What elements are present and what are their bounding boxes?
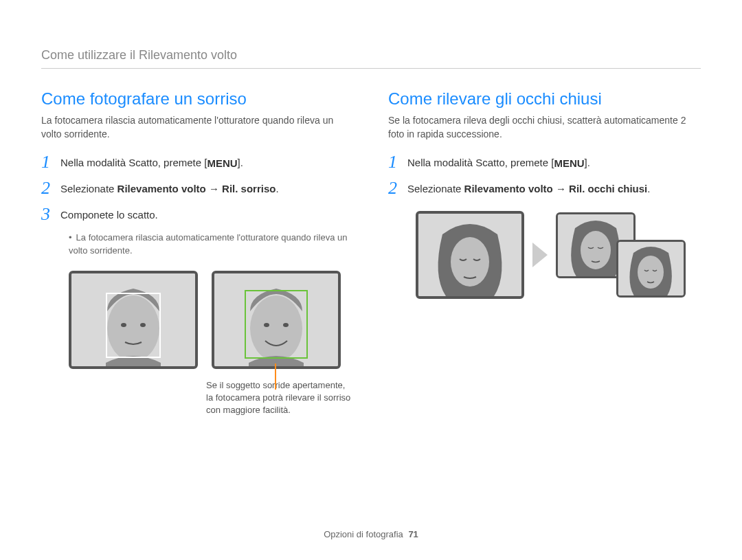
menu-label: MENU (207, 156, 237, 172)
step-text-pre: Selezionate (60, 183, 117, 194)
callout-caption: Se il soggetto sorride apertamente, la f… (206, 379, 354, 417)
page-footer: Opzioni di fotografia 71 (0, 529, 742, 539)
step-number: 1 (41, 153, 60, 171)
intro-eyes: Se la fotocamera rileva degli occhi chiu… (388, 114, 701, 141)
callout-line (275, 363, 276, 390)
thumbnail-burst-2 (616, 240, 686, 298)
step-number: 3 (41, 205, 60, 223)
step-1-right: 1 Nella modalità Scatto, premete [MENU]. (388, 153, 701, 171)
step-text-post: ]. (238, 157, 243, 168)
svg-point-10 (451, 237, 489, 287)
footer-section: Opzioni di fotografia (324, 529, 403, 539)
step-1-left: 1 Nella modalità Scatto, premete [MENU]. (41, 153, 354, 171)
step-text: Nella modalità Scatto, premete [MENU]. (407, 153, 590, 171)
step-2-left: 2 Selezionate Rilevamento volto → Ril. s… (41, 179, 354, 197)
thumbnail-row-eyes (416, 211, 701, 299)
face-frame-white (106, 293, 161, 358)
column-left: Come fotografare un sorriso La fotocamer… (41, 89, 354, 416)
step-text: Componete lo scatto. (60, 205, 158, 223)
page-header: Come utilizzare il Rilevamento volto (41, 48, 701, 63)
step-text-pre: Selezionate (407, 183, 464, 194)
thumbnail-smiling (212, 271, 341, 369)
step-text-pre: Nella modalità Scatto, premete [ (407, 157, 554, 168)
svg-point-14 (638, 256, 664, 289)
bullet-note: La fotocamera rilascia automaticamente l… (69, 232, 354, 256)
thumbnail-eyes-closed (416, 211, 524, 299)
svg-point-12 (581, 231, 611, 269)
intro-smile: La fotocamera rilascia automaticamente l… (41, 114, 354, 141)
page-container: Come utilizzare il Rilevamento volto Com… (0, 0, 742, 560)
section-title-eyes: Come rilevare gli occhi chiusi (388, 89, 701, 109)
thumbnail-neutral (69, 271, 198, 369)
header-divider (41, 68, 701, 69)
step-text-post: ]. (585, 157, 590, 168)
face-illustration (618, 242, 684, 295)
step-text: Selezionate Rilevamento volto → Ril. sor… (60, 179, 279, 197)
arrow-icon (532, 243, 548, 267)
menu-label: MENU (554, 156, 584, 172)
step-number: 2 (388, 179, 407, 197)
face-illustration (418, 214, 521, 296)
footer-page-number: 71 (408, 529, 418, 539)
section-title-smile: Come fotografare un sorriso (41, 89, 354, 109)
face-frame-green (245, 290, 308, 359)
column-right: Come rilevare gli occhi chiusi Se la fot… (388, 89, 701, 416)
step-text: Nella modalità Scatto, premete [MENU]. (60, 153, 243, 171)
step-text-pre: Nella modalità Scatto, premete [ (60, 157, 207, 168)
step-text: Selezionate Rilevamento volto → Ril. occ… (407, 179, 650, 197)
step-3-left: 3 Componete lo scatto. (41, 205, 354, 223)
step-text-post: . (647, 183, 650, 194)
burst-group (556, 212, 686, 298)
content-columns: Come fotografare un sorriso La fotocamer… (41, 89, 701, 416)
step-text-bold: Rilevamento volto → Ril. occhi chiusi (464, 183, 648, 194)
step-2-right: 2 Selezionate Rilevamento volto → Ril. o… (388, 179, 701, 197)
step-number: 1 (388, 153, 407, 171)
step-text-bold: Rilevamento volto → Ril. sorriso (117, 183, 276, 194)
step-text-post: . (276, 183, 278, 194)
thumbnail-row-smile (69, 271, 354, 369)
step-number: 2 (41, 179, 60, 197)
